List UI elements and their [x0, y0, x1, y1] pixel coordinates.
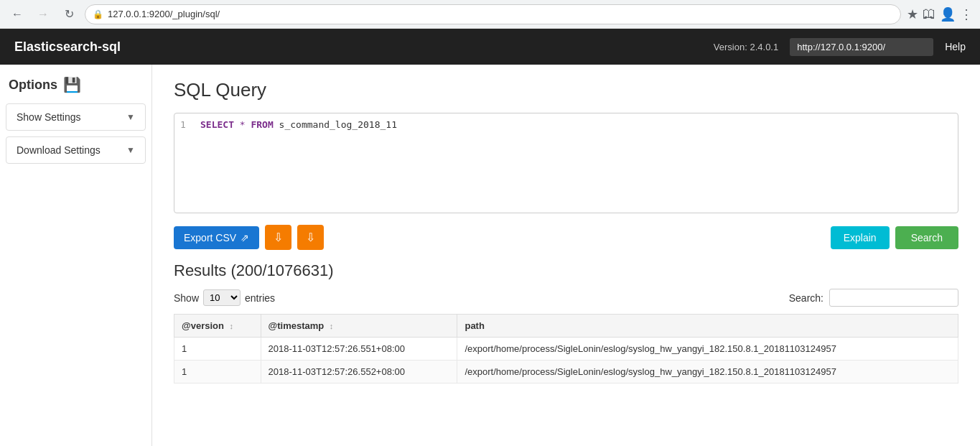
version-label: Version: 2.4.0.1: [714, 42, 778, 52]
url-text: 127.0.0.1:9200/_plugin/sql/: [108, 9, 220, 19]
export-csv-label: Export CSV: [184, 232, 236, 243]
page-title: SQL Query: [174, 79, 958, 101]
sql-table-name: s_command_log_2018_11: [279, 119, 397, 130]
export-icon: ⇗: [241, 232, 249, 243]
show-settings-button[interactable]: Show Settings ▼: [6, 103, 146, 131]
search-button[interactable]: Search: [895, 226, 958, 249]
upload-icon-1: ⇩: [274, 231, 283, 243]
search-label-table: Search:: [789, 292, 823, 304]
cell-timestamp: 2018-11-03T12:57:26.551+08:00: [261, 338, 457, 361]
download-settings-chevron: ▼: [126, 145, 135, 155]
browser-chrome: ← → ↻ 🔒 127.0.0.1:9200/_plugin/sql/ ★ 🕮 …: [0, 0, 980, 29]
account-icon[interactable]: 👤: [940, 6, 956, 22]
table-row: 12018-11-03T12:57:26.551+08:00/export/ho…: [174, 338, 958, 361]
sort-icon-timestamp: ↕: [330, 322, 334, 330]
cell-path: /export/home/process/SigleLonin/eslog/sy…: [457, 338, 958, 361]
show-settings-label: Show Settings: [17, 111, 81, 123]
export-csv-button[interactable]: Export CSV ⇗: [174, 226, 259, 249]
table-search-input[interactable]: [829, 289, 958, 307]
cell-path: /export/home/process/SigleLonin/eslog/sy…: [457, 361, 958, 384]
forward-button[interactable]: →: [33, 4, 53, 24]
col-path-label: path: [465, 320, 484, 331]
upload-button-1[interactable]: ⇩: [265, 225, 291, 250]
explain-button[interactable]: Explain: [831, 226, 890, 249]
extension-icon[interactable]: 🕮: [923, 6, 935, 22]
es-url-input[interactable]: [790, 38, 933, 56]
data-table: @version ↕ @timestamp ↕ path 12018-11-03…: [174, 314, 958, 384]
col-version-label: @version: [182, 320, 224, 331]
col-path[interactable]: path: [457, 315, 958, 338]
sidebar: Options 💾 Show Settings ▼ Download Setti…: [0, 65, 152, 446]
show-entries-control: Show 10 25 50 100 entries: [174, 289, 275, 306]
save-icon[interactable]: 💾: [63, 76, 81, 93]
table-header: @version ↕ @timestamp ↕ path: [174, 315, 958, 338]
action-row: Export CSV ⇗ ⇩ ⇩ Explain Search: [174, 225, 958, 250]
sql-keyword-from: FROM: [251, 119, 273, 130]
app-header: Elasticsearch-sql Version: 2.4.0.1 Help: [0, 29, 980, 65]
col-version[interactable]: @version ↕: [174, 315, 261, 338]
sort-icon-version: ↕: [230, 322, 234, 330]
table-controls: Show 10 25 50 100 entries Search:: [174, 289, 958, 307]
col-timestamp-label: @timestamp: [269, 320, 325, 331]
cell-version: 1: [174, 338, 261, 361]
main-layout: Options 💾 Show Settings ▼ Download Setti…: [0, 65, 980, 446]
browser-actions: ★ 🕮 👤 ⋮: [907, 6, 973, 22]
results-title: Results (200/1076631): [174, 261, 958, 280]
upload-icon-2: ⇩: [306, 231, 315, 243]
download-settings-button[interactable]: Download Settings ▼: [6, 136, 146, 164]
col-timestamp[interactable]: @timestamp ↕: [261, 315, 457, 338]
sql-editor[interactable]: 1 SELECT * FROM s_command_log_2018_11: [174, 113, 958, 213]
search-label: Search: [911, 232, 943, 243]
explain-label: Explain: [844, 232, 877, 243]
menu-icon[interactable]: ⋮: [960, 6, 973, 22]
show-label: Show: [174, 292, 199, 304]
header-row: @version ↕ @timestamp ↕ path: [174, 315, 958, 338]
sql-keyword-select: SELECT: [200, 119, 234, 130]
bookmark-icon[interactable]: ★: [907, 6, 918, 22]
entries-select[interactable]: 10 25 50 100: [203, 289, 241, 306]
upload-button-2[interactable]: ⇩: [297, 225, 324, 250]
options-label: Options: [9, 78, 57, 93]
cell-version: 1: [174, 361, 261, 384]
table-row: 12018-11-03T12:57:26.552+08:00/export/ho…: [174, 361, 958, 384]
sql-line-1: 1 SELECT * FROM s_command_log_2018_11: [180, 119, 952, 130]
address-bar[interactable]: 🔒 127.0.0.1:9200/_plugin/sql/: [85, 4, 901, 24]
options-header: Options 💾: [6, 76, 146, 93]
show-settings-chevron: ▼: [126, 112, 135, 122]
entries-label: entries: [245, 292, 275, 304]
cell-timestamp: 2018-11-03T12:57:26.552+08:00: [261, 361, 457, 384]
refresh-button[interactable]: ↻: [59, 4, 79, 24]
lock-icon: 🔒: [93, 9, 103, 19]
help-link[interactable]: Help: [945, 41, 966, 52]
download-settings-label: Download Settings: [17, 144, 101, 156]
sql-code: SELECT * FROM s_command_log_2018_11: [200, 119, 397, 130]
back-button[interactable]: ←: [7, 4, 27, 24]
line-number: 1: [180, 119, 192, 130]
table-search: Search:: [789, 289, 958, 307]
table-body: 12018-11-03T12:57:26.551+08:00/export/ho…: [174, 338, 958, 384]
content-area: SQL Query 1 SELECT * FROM s_command_log_…: [152, 65, 980, 446]
app-title: Elasticsearch-sql: [14, 40, 714, 55]
sql-operator-star: *: [240, 119, 251, 130]
